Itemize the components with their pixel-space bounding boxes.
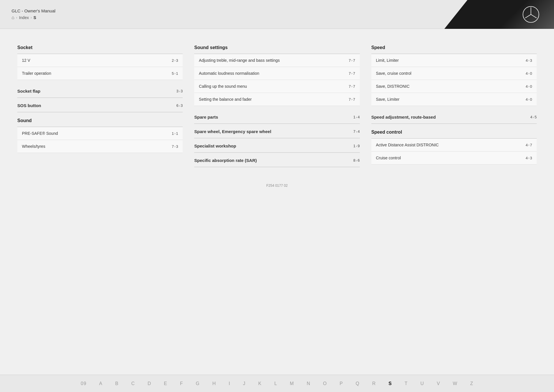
- standalone-entry[interactable]: Spare parts1›4: [194, 111, 360, 124]
- entry-list: Active Distance Assist DISTRONIC4›7Cruis…: [371, 138, 537, 165]
- page-header: GLC - Owner's Manual ⌂ › Index › S: [0, 0, 554, 29]
- entry-label: PRE-SAFE® Sound: [22, 131, 172, 136]
- nav-item-U[interactable]: U: [414, 375, 431, 392]
- entry-label: Calling up the sound menu: [199, 84, 349, 89]
- entry-page: 7›7: [349, 71, 355, 76]
- entry-page: 7›7: [349, 84, 355, 89]
- nav-item-S[interactable]: S: [382, 375, 398, 392]
- nav-item-O[interactable]: O: [317, 375, 333, 392]
- entry-label: Cruise control: [376, 156, 526, 160]
- entry-page: 1›4: [353, 115, 360, 119]
- list-item[interactable]: 12 V2›3: [17, 54, 183, 67]
- breadcrumb-index[interactable]: Index: [19, 15, 29, 20]
- nav-item-G[interactable]: G: [190, 375, 206, 392]
- page-arrow: ›: [528, 59, 529, 62]
- page-arrow: ›: [528, 72, 529, 75]
- entry-label: Setting the balance and fader: [199, 97, 349, 102]
- nav-item-K[interactable]: K: [252, 375, 268, 392]
- list-item[interactable]: Save, Limiter4›0: [371, 93, 537, 106]
- entry-page: 5›1: [172, 71, 178, 76]
- page-arrow: ›: [351, 72, 353, 75]
- entry-label: Adjusting treble, mid-range and bass set…: [199, 58, 349, 63]
- column-1: Socket12 V2›3Trailer operation5›1Socket …: [17, 40, 183, 169]
- list-item[interactable]: Trailer operation5›1: [17, 67, 183, 80]
- page-arrow: ›: [528, 98, 529, 101]
- entry-label: Specific absorption rate (SAR): [194, 158, 353, 163]
- standalone-entry[interactable]: Specific absorption rate (SAR)8›6: [194, 154, 360, 167]
- entry-label: Save, cruise control: [376, 71, 526, 76]
- entry-label: Save, DISTRONIC: [376, 84, 526, 89]
- nav-item-V[interactable]: V: [431, 375, 447, 392]
- nav-item-P[interactable]: P: [333, 375, 349, 392]
- entry-page: 7›3: [172, 144, 178, 149]
- entry-page: 8›6: [353, 158, 360, 163]
- entry-label: Specialist workshop: [194, 143, 353, 148]
- page-arrow: ›: [356, 130, 357, 133]
- list-item[interactable]: Automatic loudness normalisation7›7: [194, 67, 360, 80]
- page-arrow: ›: [356, 115, 357, 119]
- page-arrow: ›: [351, 85, 353, 88]
- nav-item-D[interactable]: D: [141, 375, 158, 392]
- list-item[interactable]: Save, cruise control4›0: [371, 67, 537, 80]
- standalone-entry[interactable]: Specialist workshop1›9: [194, 139, 360, 153]
- nav-item-A[interactable]: A: [93, 375, 109, 392]
- nav-item-09[interactable]: 09: [74, 375, 93, 392]
- page-arrow: ›: [174, 59, 175, 62]
- list-item[interactable]: PRE-SAFE® Sound1›1: [17, 127, 183, 140]
- nav-item-R[interactable]: R: [366, 375, 382, 392]
- standalone-entry[interactable]: Speed adjustment, route-based4›5: [371, 111, 537, 124]
- page-arrow: ›: [179, 104, 180, 107]
- entry-page: 4›7: [526, 143, 532, 147]
- list-item[interactable]: Limit, Limiter4›3: [371, 54, 537, 67]
- entry-page: 2›3: [172, 58, 178, 63]
- nav-item-T[interactable]: T: [398, 375, 414, 392]
- list-item[interactable]: Wheels/tyres7›3: [17, 140, 183, 153]
- entry-label: Active Distance Assist DISTRONIC: [376, 143, 526, 147]
- mercedes-logo: [522, 6, 540, 23]
- entry-label: SOS button: [17, 103, 176, 108]
- entry-list: Adjusting treble, mid-range and bass set…: [194, 54, 360, 106]
- nav-item-B[interactable]: B: [109, 375, 125, 392]
- nav-item-M[interactable]: M: [284, 375, 300, 392]
- entry-label: 12 V: [22, 58, 172, 63]
- nav-item-E[interactable]: E: [158, 375, 174, 392]
- page-arrow: ›: [174, 132, 175, 135]
- list-item[interactable]: Active Distance Assist DISTRONIC4›7: [371, 139, 537, 152]
- standalone-entry[interactable]: SOS button6›3: [17, 99, 183, 112]
- entry-page: 4›0: [526, 71, 532, 76]
- list-item[interactable]: Cruise control4›3: [371, 152, 537, 165]
- entry-label: Limit, Limiter: [376, 58, 526, 63]
- entry-page: 3›3: [176, 89, 183, 93]
- nav-item-W[interactable]: W: [446, 375, 464, 392]
- section-heading: Sound: [17, 113, 183, 126]
- list-item[interactable]: Save, DISTRONIC4›0: [371, 80, 537, 93]
- footer-doc-id: F254 0177 02: [0, 181, 554, 191]
- header-left: GLC - Owner's Manual ⌂ › Index › S: [12, 8, 55, 20]
- entry-page: 1›1: [172, 131, 178, 136]
- home-icon[interactable]: ⌂: [12, 15, 14, 20]
- column-3: SpeedLimit, Limiter4›3Save, cruise contr…: [371, 40, 537, 169]
- nav-item-I[interactable]: I: [222, 375, 237, 392]
- entry-list: 12 V2›3Trailer operation5›1: [17, 54, 183, 80]
- list-item[interactable]: Adjusting treble, mid-range and bass set…: [194, 54, 360, 67]
- standalone-entry[interactable]: Socket flap3›3: [17, 85, 183, 98]
- manual-title: GLC - Owner's Manual: [12, 8, 55, 13]
- list-item[interactable]: Setting the balance and fader7›7: [194, 93, 360, 106]
- standalone-entry[interactable]: Spare wheel, Emergency spare wheel7›4: [194, 125, 360, 138]
- section-heading: Speed: [371, 40, 537, 53]
- nav-item-N[interactable]: N: [300, 375, 317, 392]
- list-item[interactable]: Calling up the sound menu7›7: [194, 80, 360, 93]
- entry-page: 4›0: [526, 97, 532, 102]
- nav-item-L[interactable]: L: [268, 375, 284, 392]
- page-arrow: ›: [351, 59, 353, 62]
- entry-page: 4›3: [526, 58, 532, 63]
- nav-item-F[interactable]: F: [174, 375, 190, 392]
- logo-area: [444, 0, 554, 29]
- nav-item-Z[interactable]: Z: [464, 375, 480, 392]
- page-arrow: ›: [528, 156, 529, 160]
- nav-item-J[interactable]: J: [237, 375, 252, 392]
- nav-item-H[interactable]: H: [206, 375, 222, 392]
- page-arrow: ›: [356, 144, 357, 148]
- nav-item-Q[interactable]: Q: [349, 375, 366, 392]
- nav-item-C[interactable]: C: [125, 375, 141, 392]
